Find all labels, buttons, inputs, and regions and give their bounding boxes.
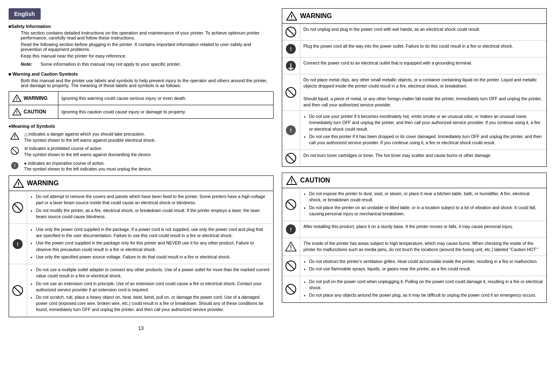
caution-row-5: Do not pull on the power cord when unplu… bbox=[282, 276, 546, 302]
left-column: English ■Safety Information This section… bbox=[9, 8, 274, 331]
right-warning-bullet-5-2: Do not use this printer if it has been d… bbox=[309, 134, 543, 146]
caution-bullet-5-1: Do not pull on the power cord when unplu… bbox=[309, 279, 543, 291]
svg-line-33 bbox=[287, 89, 295, 96]
grounding-icon bbox=[285, 60, 297, 71]
left-warning-text-3: Do not use a multiple outlet adapter to … bbox=[27, 264, 273, 317]
dust-soot-icon bbox=[285, 199, 297, 210]
right-warning-text-5: Do not use your printer if it becomes in… bbox=[300, 111, 546, 150]
right-warning-row-6: Do not burn toner cartridges or toner. T… bbox=[282, 150, 546, 166]
right-warning-text-3: Connect the power cord to an electrical … bbox=[300, 58, 546, 74]
svg-text:!: ! bbox=[16, 111, 17, 115]
triangle-text1: △ indicates a danger against which you s… bbox=[24, 131, 274, 137]
caution-bullet-4-1: Do not obstruct the printer's ventilatio… bbox=[309, 258, 543, 265]
left-warning-bullet-2-3: Use only the specified power source volt… bbox=[36, 254, 270, 260]
svg-text:!: ! bbox=[16, 97, 17, 101]
sturdy-base-icon: ! bbox=[285, 224, 297, 235]
left-warning-text-1: Do not attempt to remove the covers and … bbox=[27, 191, 273, 224]
left-warning-header-icon bbox=[13, 178, 24, 188]
svg-text:!: ! bbox=[290, 226, 292, 233]
circle-slash-icon-cell bbox=[9, 145, 21, 157]
right-warning-row-5: ! Do not use your printer if it becomes … bbox=[282, 111, 546, 150]
right-warning-icon-5: ! bbox=[282, 111, 300, 150]
right-warning-text-4-content: Do not place metal clips, any other smal… bbox=[304, 77, 542, 107]
right-warning-bullet-5-1: Do not use your printer if it becomes in… bbox=[309, 113, 543, 132]
left-warning-title: WARNING bbox=[27, 180, 59, 187]
svg-line-24 bbox=[287, 28, 295, 36]
svg-text:!: ! bbox=[290, 127, 292, 134]
note-label: Note: bbox=[21, 62, 37, 67]
left-warning-bullet-2-2: Use the power cord supplied in the packa… bbox=[36, 240, 270, 252]
svg-line-51 bbox=[287, 286, 295, 293]
ventilation-icon bbox=[285, 260, 297, 272]
caution-row-2: ! After installing this product, place i… bbox=[282, 221, 546, 238]
caution-label: CAUTION bbox=[24, 109, 46, 115]
caution-bullet-4-2: Do not use flammable sprays, liquids, or… bbox=[309, 266, 543, 272]
left-warning-bullet-3-1: Do not use a multiple outlet adapter to … bbox=[36, 267, 270, 279]
right-warning-icon-4 bbox=[282, 74, 300, 111]
metal-clips-icon bbox=[285, 87, 297, 98]
safety-para1: This section contains detailed instructi… bbox=[21, 30, 274, 40]
unplug-imperative-icon: ! bbox=[285, 125, 297, 136]
page-layout: English ■Safety Information This section… bbox=[9, 8, 547, 331]
triangle-icon-cell bbox=[9, 131, 21, 143]
right-column: WARNING Do not unplug and plug in the po… bbox=[282, 8, 547, 331]
right-warning-box: WARNING Do not unplug and plug in the po… bbox=[282, 8, 547, 167]
caution-bullet-1-1: Do not expose the printer to dust, soot,… bbox=[309, 191, 543, 203]
wet-hands-icon bbox=[285, 26, 297, 38]
burn-toner-icon bbox=[285, 152, 297, 164]
right-warning-text-6: Do not burn toner cartridges or toner. T… bbox=[300, 150, 546, 166]
safety-para2: Read the following section before pluggi… bbox=[21, 42, 274, 52]
meaning-section: ●Meaning of Symbols △ indicates a danger… bbox=[9, 124, 274, 172]
svg-line-49 bbox=[287, 262, 295, 270]
circle-slash-text1: ⊘ indicates a prohibited course of actio… bbox=[24, 145, 274, 152]
filled-circle-icon-cell: ! bbox=[9, 160, 21, 172]
triangle-meaning-text: △ indicates a danger against which you s… bbox=[24, 131, 274, 143]
caution-row-3: The inside of the printer has areas subj… bbox=[282, 238, 546, 256]
english-header: English bbox=[9, 8, 41, 20]
caution-text-1: Do not expose the printer to dust, soot,… bbox=[300, 188, 546, 221]
circle-slash-text2: The symbol shown to the left warns again… bbox=[24, 152, 274, 158]
circle-slash-meaning-text: ⊘ indicates a prohibited course of actio… bbox=[24, 145, 274, 157]
plug-outlet-icon: ! bbox=[285, 43, 297, 55]
wc-symbols-title: ■ Warning and Caution Symbols bbox=[9, 71, 274, 76]
caution-text-2: After installing this product, place it … bbox=[300, 221, 546, 238]
hot-inside-icon bbox=[285, 241, 297, 252]
caution-row: ! CAUTION Ignoring this caution could ca… bbox=[9, 105, 273, 119]
safety-note: Note: Some information in this manual ma… bbox=[21, 62, 274, 67]
right-warning-header: WARNING bbox=[282, 9, 546, 24]
right-caution-header: CAUTION bbox=[282, 173, 546, 188]
safety-content: This section contains detailed instructi… bbox=[21, 30, 274, 58]
meaning-grid: △ indicates a danger against which you s… bbox=[9, 131, 274, 172]
safety-para3: Keep this manual near the printer for ea… bbox=[21, 53, 274, 58]
warning-description: Ignoring this warning could cause seriou… bbox=[58, 92, 273, 105]
caution-icon-1 bbox=[282, 188, 300, 221]
safety-title: ■Safety Information bbox=[9, 24, 274, 29]
note-text: Some information in this manual may not … bbox=[41, 62, 181, 67]
svg-point-13 bbox=[18, 186, 19, 187]
caution-bullet-1-2: Do not place the printer on an unstable … bbox=[309, 205, 543, 217]
caution-text-3: The inside of the printer has areas subj… bbox=[300, 238, 546, 255]
caution-bullet-5-2: Do not place any objects around the powe… bbox=[309, 292, 543, 298]
left-warning-bullet-2-1: Use only the power cord supplied in the … bbox=[36, 226, 270, 239]
left-warning-header: WARNING bbox=[9, 176, 273, 191]
caution-icon-4 bbox=[282, 256, 300, 276]
pull-cord-icon bbox=[285, 284, 297, 295]
left-warning-box: WARNING Do not attempt to remove the cov… bbox=[9, 175, 274, 317]
svg-point-47 bbox=[290, 249, 291, 250]
svg-line-37 bbox=[287, 154, 295, 162]
left-warning-bullet-1-1: Do not attempt to remove the covers and … bbox=[36, 194, 270, 206]
svg-text:!: ! bbox=[290, 46, 292, 52]
right-caution-header-icon bbox=[286, 175, 297, 185]
circle-slash-icon-1 bbox=[12, 202, 23, 213]
left-warning-bullet-1-2: Do not modify the printer, as a fire, el… bbox=[36, 208, 270, 220]
circle-slash-icon-3 bbox=[12, 285, 23, 296]
right-warning-icon-3 bbox=[282, 58, 300, 74]
right-warning-text-4: Do not place metal clips, any other smal… bbox=[300, 74, 546, 111]
warning-label: WARNING bbox=[24, 95, 48, 101]
filled-circle-icon-2: ! bbox=[12, 238, 23, 250]
caution-text-5: Do not pull on the power cord when unplu… bbox=[300, 276, 546, 302]
caution-row-4: Do not obstruct the printer's ventilatio… bbox=[282, 256, 546, 276]
svg-line-19 bbox=[14, 287, 21, 294]
svg-text:!: ! bbox=[17, 241, 18, 247]
right-warning-icon-2: ! bbox=[282, 41, 300, 57]
